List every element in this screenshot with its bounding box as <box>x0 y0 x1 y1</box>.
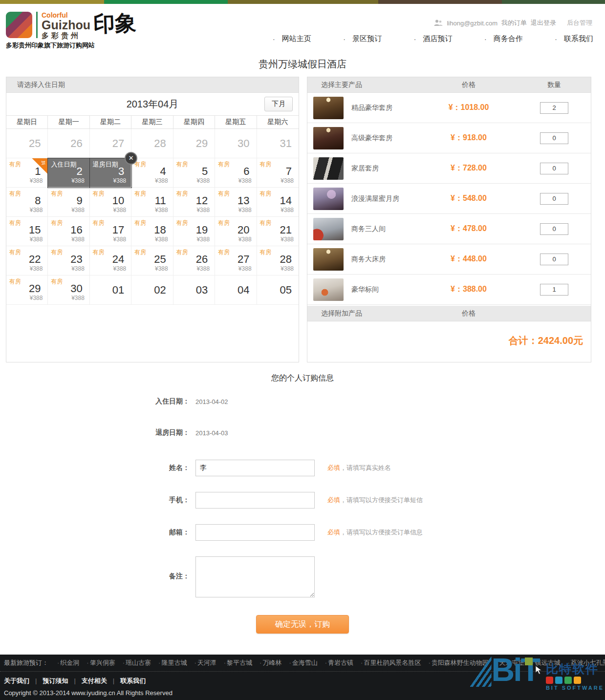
calendar-day-1[interactable]: 有房今1¥388 <box>6 158 48 188</box>
calendar-day-25[interactable]: 有房25¥388 <box>131 246 173 276</box>
calendar-day-22[interactable]: 有房22¥388 <box>6 246 48 276</box>
bit-stripes-icon <box>467 657 492 687</box>
footer-scenic-link[interactable]: 天河潭 <box>194 659 216 666</box>
calendar-day-5[interactable]: 有房5¥388 <box>173 158 215 188</box>
calendar-day-8[interactable]: 有房8¥388 <box>6 188 48 217</box>
footer-scenic-link[interactable]: 隆里古城 <box>158 659 187 666</box>
logout-link[interactable]: 退出登录 <box>531 19 556 27</box>
calendar-day-12[interactable]: 有房12¥388 <box>173 188 215 217</box>
room-photo <box>313 188 344 210</box>
nav-bullet: · <box>484 35 487 43</box>
products-header-qty: 数量 <box>518 81 591 89</box>
required-badge: 必填 <box>327 496 340 504</box>
footer-about-link[interactable]: 预订须知 <box>43 677 68 684</box>
footer-scenic-link[interactable]: 青岩古镇 <box>325 659 353 666</box>
calendar-day-18[interactable]: 有房18¥388 <box>131 217 173 246</box>
name-label: 姓名： <box>0 464 195 472</box>
confirm-order-button[interactable]: 确定无误，订购 <box>256 615 349 634</box>
calendar-day-27[interactable]: 有房27¥388 <box>215 246 257 276</box>
footer-scenic-link[interactable]: 肇兴侗寨 <box>86 659 115 666</box>
calendar-day-6[interactable]: 有房6¥388 <box>215 158 257 188</box>
name-field[interactable] <box>195 460 315 476</box>
quantity-input[interactable] <box>540 223 568 235</box>
calendar-day-29[interactable]: 有房29¥388 <box>6 276 48 305</box>
room-name: 豪华标间 <box>351 285 379 294</box>
top-color-bar <box>0 0 605 4</box>
calendar-day-17[interactable]: 有房17¥388 <box>90 217 131 246</box>
day-price: ¥388 <box>257 207 299 213</box>
quantity-input[interactable] <box>540 284 568 296</box>
nav-link[interactable]: 网站主页 <box>282 34 311 43</box>
notes-label: 备注： <box>0 556 195 581</box>
calendar-day-15[interactable]: 有房15¥388 <box>6 217 48 246</box>
calendar-day-3[interactable]: 退房日期3¥388✕ <box>90 158 131 188</box>
checkout-date-row: 退房日期： 2013-04-03 <box>0 428 605 437</box>
calendar-day-20[interactable]: 有房20¥388 <box>215 217 257 246</box>
calendar-day-01[interactable]: 01 <box>90 276 131 305</box>
calendar-day-14[interactable]: 有房14¥388 <box>257 188 299 217</box>
calendar-day-11[interactable]: 有房11¥388 <box>131 188 173 217</box>
day-price: ¥388 <box>90 236 131 243</box>
quantity-input[interactable] <box>540 193 568 205</box>
today-label: 今 <box>39 158 48 167</box>
admin-link[interactable]: 后台管理 <box>567 19 592 27</box>
calendar-day-13[interactable]: 有房13¥388 <box>215 188 257 217</box>
mouse-cursor-icon <box>535 665 543 675</box>
footer-scenic-link[interactable]: 织金洞 <box>57 659 79 666</box>
calendar-day-9[interactable]: 有房9¥388 <box>48 188 89 217</box>
calendar-day-23[interactable]: 有房23¥388 <box>48 246 89 276</box>
calendar-day-4[interactable]: 有房4¥388 <box>131 158 173 188</box>
nav-link[interactable]: 酒店预订 <box>423 34 452 43</box>
quantity-input[interactable] <box>540 163 568 174</box>
bit-social-icons <box>546 677 604 684</box>
footer-scenic-link[interactable]: 万峰林 <box>259 659 281 666</box>
site-logo[interactable]: Colorful Guizhou 多彩贵州 印象 <box>6 12 136 40</box>
footer-about-link[interactable]: 关于我们 <box>4 677 29 684</box>
nav-link[interactable]: 景区预订 <box>352 34 382 43</box>
calendar-day-24[interactable]: 有房24¥388 <box>90 246 131 276</box>
top-bar-segment <box>0 0 104 4</box>
my-orders-link[interactable]: 我的订单 <box>501 19 527 27</box>
email-hint: 必填，请填写以方便接受订单信息 <box>327 528 423 537</box>
checkin-date-label: 入住日期： <box>0 397 195 406</box>
email-field[interactable] <box>195 524 315 541</box>
calendar-day-10[interactable]: 有房10¥388 <box>90 188 131 217</box>
products-header-price: 价格 <box>420 81 518 89</box>
quantity-input[interactable] <box>540 102 568 114</box>
footer-about-link[interactable]: 联系我们 <box>120 677 146 684</box>
calendar-month-title: 2013年04月 <box>127 98 179 111</box>
next-month-button[interactable]: 下月 <box>264 97 293 111</box>
calendar-day-30[interactable]: 有房30¥388 <box>48 276 89 305</box>
calendar-day-03[interactable]: 03 <box>173 276 215 305</box>
calendar-day-29: 29 <box>173 129 215 158</box>
phone-field[interactable] <box>195 492 315 509</box>
notes-field[interactable] <box>195 556 315 597</box>
footer-scenic-link[interactable]: 百里杜鹃风景名胜区 <box>361 659 421 666</box>
quantity-input[interactable] <box>540 254 568 265</box>
footer-scenic-link[interactable]: 金海雪山 <box>289 659 317 666</box>
calendar-day-2[interactable]: 入住日期2¥388 <box>48 158 89 188</box>
bit-logo-text: 比特软件 BIT SOFTWARE <box>546 655 604 691</box>
calendar-day-04[interactable]: 04 <box>215 276 257 305</box>
calendar-day-02[interactable]: 02 <box>131 276 173 305</box>
room-photo <box>313 248 344 271</box>
calendar-day-21[interactable]: 有房21¥388 <box>257 217 299 246</box>
calendar-day-31: 31 <box>257 129 299 158</box>
availability-label: 有房 <box>134 190 146 198</box>
calendar-day-28[interactable]: 有房28¥388 <box>257 246 299 276</box>
email-hint-text: ，请填写以方便接受订单信息 <box>340 529 423 536</box>
calendar-day-05[interactable]: 05 <box>257 276 299 305</box>
footer-scenic-link[interactable]: 瑶山古寨 <box>123 659 151 666</box>
nav-link[interactable]: 联系我们 <box>564 34 593 43</box>
nav-item: ·网站主页 <box>273 34 311 43</box>
page-title: 贵州万绿城假日酒店 <box>0 58 605 71</box>
day-price: ¥388 <box>6 177 47 184</box>
calendar-day-19[interactable]: 有房19¥388 <box>173 217 215 246</box>
footer-about-link[interactable]: 支付相关 <box>82 677 107 684</box>
calendar-day-16[interactable]: 有房16¥388 <box>48 217 89 246</box>
calendar-day-26[interactable]: 有房26¥388 <box>173 246 215 276</box>
footer-scenic-link[interactable]: 黎平古城 <box>224 659 252 666</box>
calendar-day-7[interactable]: 有房7¥388 <box>257 158 299 188</box>
nav-link[interactable]: 商务合作 <box>494 34 523 43</box>
quantity-input[interactable] <box>540 132 568 144</box>
